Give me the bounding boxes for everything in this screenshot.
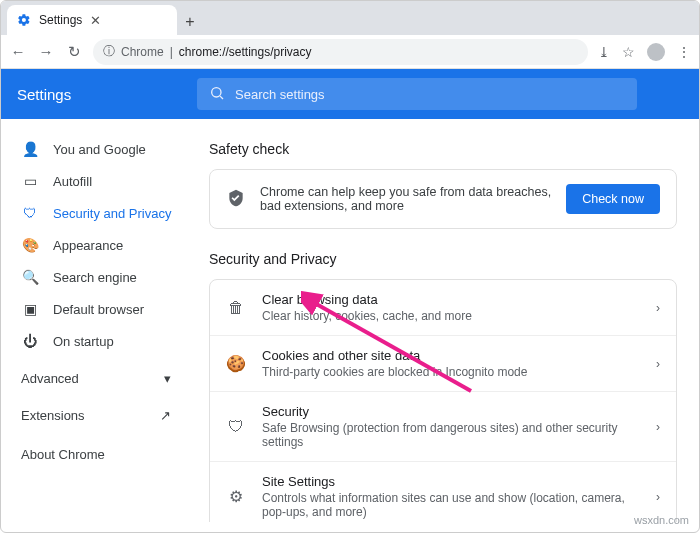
row-subtitle: Safe Browsing (protection from dangerous… xyxy=(262,421,640,449)
chevron-right-icon: › xyxy=(656,301,660,315)
url-prefix: Chrome xyxy=(121,45,164,59)
row-title: Cookies and other site data xyxy=(262,348,640,363)
sidebar-item-you-and-google[interactable]: 👤 You and Google xyxy=(1,133,191,165)
row-title: Site Settings xyxy=(262,474,640,489)
settings-header: Settings Search settings xyxy=(1,69,699,119)
safety-check-card: Chrome can help keep you safe from data … xyxy=(209,169,677,229)
trash-icon: 🗑 xyxy=(226,299,246,317)
safety-check-heading: Safety check xyxy=(209,141,677,157)
chevron-right-icon: › xyxy=(656,490,660,504)
settings-main: Safety check Chrome can help keep you sa… xyxy=(191,119,699,522)
reload-button[interactable]: ↻ xyxy=(65,43,83,61)
row-subtitle: Third-party cookies are blocked in Incog… xyxy=(262,365,640,379)
url-separator: | xyxy=(170,45,173,59)
shield-check-icon xyxy=(226,188,246,211)
tab-title: Settings xyxy=(39,13,82,27)
site-info-icon: ⓘ xyxy=(103,43,115,60)
browser-toolbar: ← → ↻ ⓘ Chrome | chrome://settings/priva… xyxy=(1,35,699,69)
bookmark-star-icon[interactable]: ☆ xyxy=(622,44,635,60)
row-title: Security xyxy=(262,404,640,419)
back-button[interactable]: ← xyxy=(9,43,27,60)
advanced-label: Advanced xyxy=(21,371,79,386)
sidebar-item-search-engine[interactable]: 🔍 Search engine xyxy=(1,261,191,293)
search-icon: 🔍 xyxy=(21,269,39,285)
browser-tab[interactable]: Settings ✕ xyxy=(7,5,177,35)
install-icon[interactable]: ⤓ xyxy=(598,44,610,60)
sidebar-item-security-privacy[interactable]: 🛡 Security and Privacy xyxy=(1,197,191,229)
about-label: About Chrome xyxy=(21,447,105,462)
chevron-right-icon: › xyxy=(656,357,660,371)
tab-close-icon[interactable]: ✕ xyxy=(90,13,101,28)
sidebar-item-label: You and Google xyxy=(53,142,146,157)
new-tab-button[interactable]: + xyxy=(177,9,203,35)
shield-icon: 🛡 xyxy=(21,205,39,221)
settings-sidebar: 👤 You and Google ▭ Autofill 🛡 Security a… xyxy=(1,119,191,522)
url-path: chrome://settings/privacy xyxy=(179,45,312,59)
search-settings-input[interactable]: Search settings xyxy=(197,78,637,110)
sidebar-item-label: Default browser xyxy=(53,302,144,317)
cookie-icon: 🍪 xyxy=(226,354,246,373)
shield-icon: 🛡 xyxy=(226,418,246,436)
gear-icon xyxy=(17,13,31,27)
row-title: Clear browsing data xyxy=(262,292,640,307)
search-icon xyxy=(209,85,225,104)
person-icon: 👤 xyxy=(21,141,39,157)
svg-line-1 xyxy=(220,96,223,99)
sliders-icon: ⚙ xyxy=(226,487,246,506)
row-subtitle: Clear history, cookies, cache, and more xyxy=(262,309,640,323)
row-cookies[interactable]: 🍪 Cookies and other site data Third-part… xyxy=(210,335,676,391)
sidebar-item-autofill[interactable]: ▭ Autofill xyxy=(1,165,191,197)
sidebar-extensions[interactable]: Extensions ↗ xyxy=(1,396,191,435)
chevron-right-icon: › xyxy=(656,420,660,434)
row-clear-browsing-data[interactable]: 🗑 Clear browsing data Clear history, coo… xyxy=(210,280,676,335)
sidebar-item-on-startup[interactable]: ⏻ On startup xyxy=(1,325,191,357)
sidebar-item-label: Search engine xyxy=(53,270,137,285)
row-site-settings[interactable]: ⚙ Site Settings Controls what informatio… xyxy=(210,461,676,522)
check-now-button[interactable]: Check now xyxy=(566,184,660,214)
safety-check-text: Chrome can help keep you safe from data … xyxy=(260,185,552,213)
row-subtitle: Controls what information sites can use … xyxy=(262,491,640,519)
chevron-down-icon: ▾ xyxy=(164,371,171,386)
sidebar-item-appearance[interactable]: 🎨 Appearance xyxy=(1,229,191,261)
sidebar-item-default-browser[interactable]: ▣ Default browser xyxy=(1,293,191,325)
tab-strip: Settings ✕ + xyxy=(1,1,699,35)
sidebar-item-label: Autofill xyxy=(53,174,92,189)
sidebar-item-label: Appearance xyxy=(53,238,123,253)
sidebar-about-chrome[interactable]: About Chrome xyxy=(1,435,191,474)
row-security[interactable]: 🛡 Security Safe Browsing (protection fro… xyxy=(210,391,676,461)
extensions-label: Extensions xyxy=(21,408,85,423)
sidebar-advanced[interactable]: Advanced ▾ xyxy=(1,357,191,396)
profile-avatar[interactable] xyxy=(647,43,665,61)
page-title: Settings xyxy=(17,86,167,103)
security-privacy-list: 🗑 Clear browsing data Clear history, coo… xyxy=(209,279,677,522)
sidebar-item-label: On startup xyxy=(53,334,114,349)
forward-button[interactable]: → xyxy=(37,43,55,60)
power-icon: ⏻ xyxy=(21,333,39,349)
sidebar-item-label: Security and Privacy xyxy=(53,206,172,221)
security-privacy-heading: Security and Privacy xyxy=(209,251,677,267)
appearance-icon: 🎨 xyxy=(21,237,39,253)
browser-icon: ▣ xyxy=(21,301,39,317)
search-placeholder: Search settings xyxy=(235,87,325,102)
svg-point-0 xyxy=(212,87,221,96)
external-link-icon: ↗ xyxy=(160,408,171,423)
kebab-menu-icon[interactable]: ⋮ xyxy=(677,44,691,60)
watermark: wsxdn.com xyxy=(634,514,689,526)
autofill-icon: ▭ xyxy=(21,173,39,189)
address-bar[interactable]: ⓘ Chrome | chrome://settings/privacy xyxy=(93,39,588,65)
